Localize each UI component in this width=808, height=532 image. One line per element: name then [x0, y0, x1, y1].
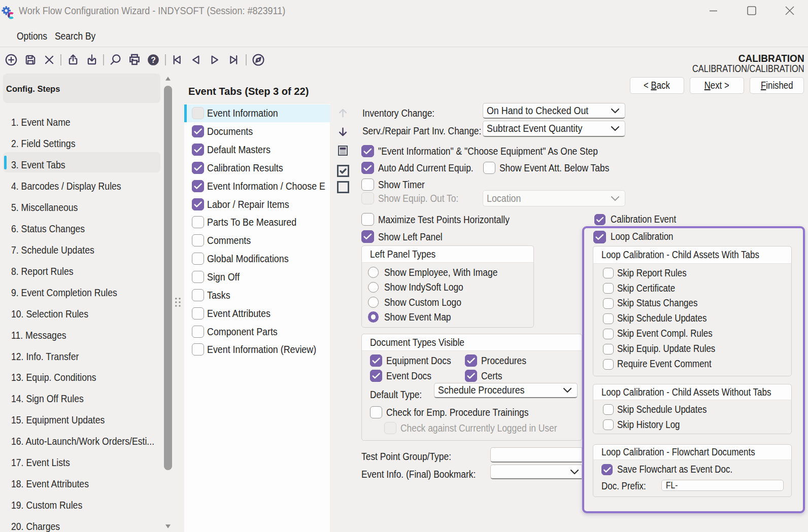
svg-text:?: ? [151, 56, 156, 64]
